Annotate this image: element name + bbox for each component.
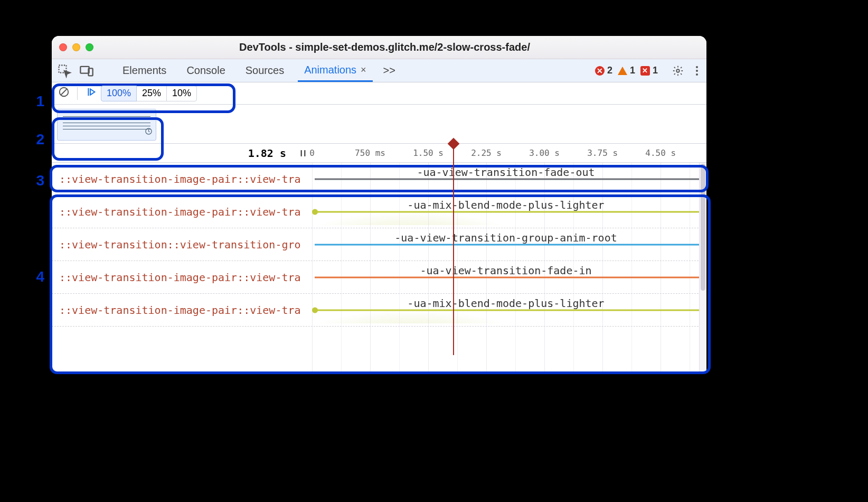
ruler-tick: 0 bbox=[309, 144, 315, 162]
issues-count: 1 bbox=[653, 65, 658, 76]
titlebar: DevTools - simple-set-demos.glitch.me/2-… bbox=[52, 36, 706, 59]
tab-console-label: Console bbox=[186, 64, 225, 77]
annotation-3-label: 3 bbox=[23, 172, 44, 189]
scrollbar-thumb[interactable] bbox=[701, 164, 705, 291]
clock-icon bbox=[145, 126, 153, 138]
track-row[interactable]: ::view-transition::view-transition-gro-u… bbox=[52, 228, 706, 261]
animation-bar[interactable] bbox=[315, 309, 705, 311]
vertical-scrollbar[interactable] bbox=[699, 163, 706, 372]
current-time-label: 1.82 s bbox=[52, 147, 295, 160]
window-title: DevTools - simple-set-demos.glitch.me/2-… bbox=[102, 41, 667, 53]
more-menu-icon[interactable] bbox=[693, 66, 701, 76]
timeline-ruler[interactable]: 1.82 s 0750 ms1.50 s2.25 s3.00 s3.75 s4.… bbox=[52, 144, 706, 163]
speed-25-label: 25% bbox=[142, 88, 161, 99]
inspect-icon[interactable] bbox=[57, 63, 72, 78]
clear-icon[interactable] bbox=[58, 86, 70, 100]
annotation-1-label: 1 bbox=[23, 93, 44, 110]
track-row[interactable]: ::view-transition-image-pair::view-tra-u… bbox=[52, 196, 706, 228]
track-element-name: ::view-transition-image-pair::view-tra bbox=[52, 173, 305, 185]
track-lane[interactable]: -ua-view-transition-fade-in bbox=[305, 261, 706, 293]
animation-groups-strip bbox=[52, 105, 706, 144]
errors-counter[interactable]: ✕2 bbox=[595, 65, 612, 76]
devtools-window: DevTools - simple-set-demos.glitch.me/2-… bbox=[52, 36, 706, 372]
track-lane[interactable]: -ua-view-transition-fade-out bbox=[305, 163, 706, 195]
keyframe-dot[interactable] bbox=[312, 209, 318, 215]
tab-elements[interactable]: Elements bbox=[116, 59, 173, 82]
animation-group-thumbnail[interactable] bbox=[57, 109, 156, 141]
speed-10-button[interactable]: 10% bbox=[166, 86, 197, 101]
track-row[interactable]: ::view-transition-image-pair::view-tra-u… bbox=[52, 294, 706, 327]
minimize-window-button[interactable] bbox=[72, 43, 80, 51]
tabs-overflow[interactable]: >> bbox=[380, 59, 399, 82]
speed-100-label: 100% bbox=[107, 88, 131, 99]
animation-bar[interactable] bbox=[315, 276, 705, 278]
warnings-counter[interactable]: 1 bbox=[618, 65, 635, 76]
track-row[interactable]: ::view-transition-image-pair::view-tra-u… bbox=[52, 163, 706, 196]
issues-counter[interactable]: ✕1 bbox=[640, 65, 658, 76]
track-element-name: ::view-transition::view-transition-gro bbox=[52, 238, 305, 251]
speed-100-button[interactable]: 100% bbox=[101, 86, 137, 101]
ruler-tick: 750 ms bbox=[355, 144, 385, 162]
speed-25-button[interactable]: 25% bbox=[136, 86, 167, 101]
ruler-tick: 3.75 s bbox=[587, 144, 618, 162]
annotation-4-label: 4 bbox=[23, 268, 44, 285]
ruler-tick: 3.00 s bbox=[529, 144, 560, 162]
track-element-name: ::view-transition-image-pair::view-tra bbox=[52, 304, 305, 317]
animation-bar[interactable] bbox=[315, 211, 705, 212]
svg-point-3 bbox=[676, 69, 680, 72]
track-element-name: ::view-transition-image-pair::view-tra bbox=[52, 206, 305, 218]
keyframe-dot[interactable] bbox=[312, 307, 318, 313]
pause-playback-icon[interactable] bbox=[298, 148, 308, 159]
animation-bar[interactable] bbox=[315, 244, 705, 245]
track-lane[interactable]: -ua-view-transition-group-anim-root bbox=[305, 228, 706, 261]
close-window-button[interactable] bbox=[59, 43, 67, 51]
track-element-name: ::view-transition-image-pair::view-tra bbox=[52, 271, 305, 284]
ruler-tick: 1.50 s bbox=[413, 144, 444, 162]
tabs-overflow-label: >> bbox=[383, 64, 395, 77]
ruler-tick: 4.50 s bbox=[645, 144, 676, 162]
zoom-window-button[interactable] bbox=[86, 43, 93, 51]
status-counters: ✕2 1 ✕1 bbox=[595, 65, 658, 76]
main-tabbar: Elements Console Sources Animations × >>… bbox=[52, 59, 706, 82]
track-lane[interactable]: -ua-mix-blend-mode-plus-lighter bbox=[305, 196, 706, 228]
window-controls bbox=[59, 43, 93, 51]
svg-rect-1 bbox=[80, 66, 89, 73]
animation-name-label: -ua-view-transition-fade-in bbox=[305, 264, 706, 277]
ruler-tick: 2.25 s bbox=[471, 144, 502, 162]
errors-count: 2 bbox=[607, 65, 612, 76]
annotation-2-label: 2 bbox=[23, 131, 44, 148]
tab-animations[interactable]: Animations × bbox=[298, 59, 372, 82]
tab-sources-label: Sources bbox=[246, 64, 284, 77]
svg-line-5 bbox=[61, 89, 67, 95]
tab-sources[interactable]: Sources bbox=[239, 59, 290, 82]
animation-bar[interactable] bbox=[315, 178, 705, 180]
device-toolbar-icon[interactable] bbox=[79, 63, 94, 78]
animations-toolbar: 100% 25% 10% bbox=[52, 82, 706, 105]
speed-buttons: 100% 25% 10% bbox=[101, 86, 197, 101]
tab-console[interactable]: Console bbox=[180, 59, 231, 82]
play-pause-icon[interactable] bbox=[85, 86, 97, 100]
settings-icon[interactable] bbox=[671, 63, 685, 78]
close-tab-icon[interactable]: × bbox=[361, 64, 366, 76]
track-row[interactable]: ::view-transition-image-pair::view-tra-u… bbox=[52, 261, 706, 294]
animation-name-label: -ua-view-transition-fade-out bbox=[305, 166, 706, 179]
track-lane[interactable]: -ua-mix-blend-mode-plus-lighter bbox=[305, 294, 706, 326]
speed-10-label: 10% bbox=[172, 88, 191, 99]
tab-animations-label: Animations bbox=[304, 64, 356, 76]
timeline-tracks: ::view-transition-image-pair::view-tra-u… bbox=[52, 163, 706, 372]
tab-elements-label: Elements bbox=[122, 64, 166, 77]
animation-name-label: -ua-view-transition-group-anim-root bbox=[305, 231, 706, 244]
playhead[interactable] bbox=[453, 144, 454, 355]
warnings-count: 1 bbox=[630, 65, 635, 76]
